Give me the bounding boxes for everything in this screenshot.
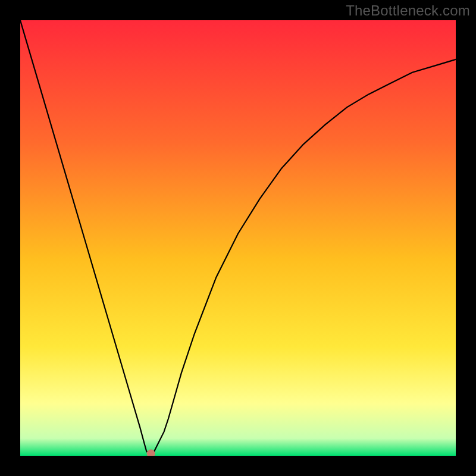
chart-frame: TheBottleneck.com <box>0 0 476 476</box>
gradient-background <box>20 20 456 456</box>
bottleneck-chart <box>20 20 456 456</box>
watermark-text: TheBottleneck.com <box>346 2 470 19</box>
plot-area <box>20 20 456 456</box>
